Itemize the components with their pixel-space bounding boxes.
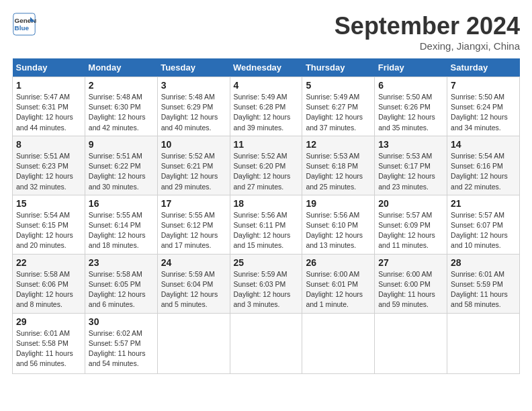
cell-info: Sunrise: 5:49 AMSunset: 6:27 PMDaylight:…: [306, 92, 371, 133]
cell-day-number: 13: [378, 139, 443, 150]
cell-day-number: 15: [16, 198, 81, 209]
cell-day-number: 12: [306, 139, 371, 150]
cell-info: Sunrise: 5:58 AMSunset: 6:05 PMDaylight:…: [89, 269, 154, 310]
cell-info: Sunrise: 5:52 AMSunset: 6:21 PMDaylight:…: [161, 151, 226, 192]
cell-day-number: 28: [451, 257, 516, 268]
cell-day-number: 27: [378, 257, 443, 268]
cell-info: Sunrise: 5:59 AMSunset: 6:03 PMDaylight:…: [234, 269, 299, 310]
day-header-monday: Monday: [85, 58, 157, 77]
calendar-cell: [302, 313, 375, 373]
day-header-sunday: Sunday: [13, 58, 85, 77]
cell-info: Sunrise: 5:56 AMSunset: 6:10 PMDaylight:…: [306, 210, 371, 251]
cell-info: Sunrise: 5:56 AMSunset: 6:11 PMDaylight:…: [234, 210, 299, 251]
cell-day-number: 30: [89, 316, 154, 327]
calendar-cell: 8Sunrise: 5:51 AMSunset: 6:23 PMDaylight…: [13, 136, 85, 195]
calendar-week-row: 22Sunrise: 5:58 AMSunset: 6:06 PMDayligh…: [13, 254, 520, 313]
month-title: September 2024: [335, 12, 520, 40]
cell-info: Sunrise: 5:53 AMSunset: 6:18 PMDaylight:…: [306, 151, 371, 192]
calendar-cell: 15Sunrise: 5:54 AMSunset: 6:15 PMDayligh…: [13, 195, 85, 254]
calendar-cell: [230, 313, 302, 373]
calendar-cell: 20Sunrise: 5:57 AMSunset: 6:09 PMDayligh…: [375, 195, 447, 254]
calendar-cell: 19Sunrise: 5:56 AMSunset: 6:10 PMDayligh…: [302, 195, 375, 254]
location-title: Dexing, Jiangxi, China: [335, 40, 520, 52]
calendar-cell: 6Sunrise: 5:50 AMSunset: 6:26 PMDaylight…: [375, 77, 447, 136]
calendar-cell: 24Sunrise: 5:59 AMSunset: 6:04 PMDayligh…: [157, 254, 230, 313]
cell-day-number: 26: [306, 257, 371, 268]
cell-day-number: 14: [451, 139, 516, 150]
cell-info: Sunrise: 5:48 AMSunset: 6:30 PMDaylight:…: [89, 92, 154, 133]
cell-info: Sunrise: 6:01 AMSunset: 5:58 PMDaylight:…: [16, 328, 81, 369]
cell-day-number: 16: [89, 198, 154, 209]
calendar-cell: 3Sunrise: 5:48 AMSunset: 6:29 PMDaylight…: [157, 77, 230, 136]
cell-day-number: 11: [234, 139, 299, 150]
calendar-week-row: 8Sunrise: 5:51 AMSunset: 6:23 PMDaylight…: [13, 136, 520, 195]
calendar-header-row: SundayMondayTuesdayWednesdayThursdayFrid…: [13, 58, 520, 77]
cell-info: Sunrise: 5:53 AMSunset: 6:17 PMDaylight:…: [378, 151, 443, 192]
calendar-cell: 1Sunrise: 5:47 AMSunset: 6:31 PMDaylight…: [13, 77, 85, 136]
svg-text:Blue: Blue: [15, 24, 30, 32]
calendar-cell: 30Sunrise: 6:02 AMSunset: 5:57 PMDayligh…: [85, 313, 157, 373]
day-header-wednesday: Wednesday: [230, 58, 302, 77]
logo-icon: General Blue: [12, 12, 36, 36]
calendar-cell: 10Sunrise: 5:52 AMSunset: 6:21 PMDayligh…: [157, 136, 230, 195]
cell-day-number: 21: [451, 198, 516, 209]
cell-info: Sunrise: 5:57 AMSunset: 6:07 PMDaylight:…: [451, 210, 516, 251]
cell-day-number: 24: [161, 257, 226, 268]
cell-info: Sunrise: 5:51 AMSunset: 6:22 PMDaylight:…: [89, 151, 154, 192]
cell-day-number: 20: [378, 198, 443, 209]
calendar-cell: 29Sunrise: 6:01 AMSunset: 5:58 PMDayligh…: [13, 313, 85, 373]
calendar-cell: 5Sunrise: 5:49 AMSunset: 6:27 PMDaylight…: [302, 77, 375, 136]
calendar-cell: 16Sunrise: 5:55 AMSunset: 6:14 PMDayligh…: [85, 195, 157, 254]
cell-day-number: 19: [306, 198, 371, 209]
calendar-cell: 14Sunrise: 5:54 AMSunset: 6:16 PMDayligh…: [447, 136, 520, 195]
calendar-cell: [157, 313, 230, 373]
calendar-cell: 12Sunrise: 5:53 AMSunset: 6:18 PMDayligh…: [302, 136, 375, 195]
calendar-cell: 13Sunrise: 5:53 AMSunset: 6:17 PMDayligh…: [375, 136, 447, 195]
day-header-thursday: Thursday: [302, 58, 375, 77]
cell-info: Sunrise: 5:54 AMSunset: 6:15 PMDaylight:…: [16, 210, 81, 251]
cell-day-number: 7: [451, 80, 516, 91]
calendar-week-row: 15Sunrise: 5:54 AMSunset: 6:15 PMDayligh…: [13, 195, 520, 254]
calendar-week-row: 1Sunrise: 5:47 AMSunset: 6:31 PMDaylight…: [13, 77, 520, 136]
calendar-week-row: 29Sunrise: 6:01 AMSunset: 5:58 PMDayligh…: [13, 313, 520, 373]
day-header-friday: Friday: [375, 58, 447, 77]
calendar-cell: 27Sunrise: 6:00 AMSunset: 6:00 PMDayligh…: [375, 254, 447, 313]
title-area: September 2024 Dexing, Jiangxi, China: [335, 12, 520, 52]
cell-info: Sunrise: 5:49 AMSunset: 6:28 PMDaylight:…: [234, 92, 299, 133]
cell-info: Sunrise: 5:50 AMSunset: 6:24 PMDaylight:…: [451, 92, 516, 133]
cell-day-number: 6: [378, 80, 443, 91]
cell-info: Sunrise: 5:47 AMSunset: 6:31 PMDaylight:…: [16, 92, 81, 133]
day-header-tuesday: Tuesday: [157, 58, 230, 77]
cell-info: Sunrise: 5:58 AMSunset: 6:06 PMDaylight:…: [16, 269, 81, 310]
cell-info: Sunrise: 6:01 AMSunset: 5:59 PMDaylight:…: [451, 269, 516, 310]
cell-info: Sunrise: 6:00 AMSunset: 6:00 PMDaylight:…: [378, 269, 443, 310]
cell-day-number: 17: [161, 198, 226, 209]
calendar-cell: 11Sunrise: 5:52 AMSunset: 6:20 PMDayligh…: [230, 136, 302, 195]
calendar-table: SundayMondayTuesdayWednesdayThursdayFrid…: [12, 58, 520, 374]
calendar-cell: [375, 313, 447, 373]
calendar-cell: 21Sunrise: 5:57 AMSunset: 6:07 PMDayligh…: [447, 195, 520, 254]
page-header: General Blue September 2024 Dexing, Jian…: [12, 12, 520, 52]
cell-day-number: 22: [16, 257, 81, 268]
logo-area: General Blue: [12, 12, 39, 36]
cell-info: Sunrise: 5:51 AMSunset: 6:23 PMDaylight:…: [16, 151, 81, 192]
cell-day-number: 3: [161, 80, 226, 91]
cell-day-number: 1: [16, 80, 81, 91]
cell-day-number: 18: [234, 198, 299, 209]
cell-day-number: 10: [161, 139, 226, 150]
cell-day-number: 2: [89, 80, 154, 91]
cell-info: Sunrise: 5:59 AMSunset: 6:04 PMDaylight:…: [161, 269, 226, 310]
calendar-cell: 7Sunrise: 5:50 AMSunset: 6:24 PMDaylight…: [447, 77, 520, 136]
cell-day-number: 4: [234, 80, 299, 91]
cell-info: Sunrise: 5:52 AMSunset: 6:20 PMDaylight:…: [234, 151, 299, 192]
calendar-cell: 17Sunrise: 5:55 AMSunset: 6:12 PMDayligh…: [157, 195, 230, 254]
cell-day-number: 8: [16, 139, 81, 150]
calendar-cell: 26Sunrise: 6:00 AMSunset: 6:01 PMDayligh…: [302, 254, 375, 313]
day-header-saturday: Saturday: [447, 58, 520, 77]
cell-info: Sunrise: 6:02 AMSunset: 5:57 PMDaylight:…: [89, 328, 154, 369]
calendar-cell: 9Sunrise: 5:51 AMSunset: 6:22 PMDaylight…: [85, 136, 157, 195]
cell-day-number: 25: [234, 257, 299, 268]
cell-info: Sunrise: 5:55 AMSunset: 6:12 PMDaylight:…: [161, 210, 226, 251]
calendar-cell: 25Sunrise: 5:59 AMSunset: 6:03 PMDayligh…: [230, 254, 302, 313]
cell-day-number: 29: [16, 316, 81, 327]
